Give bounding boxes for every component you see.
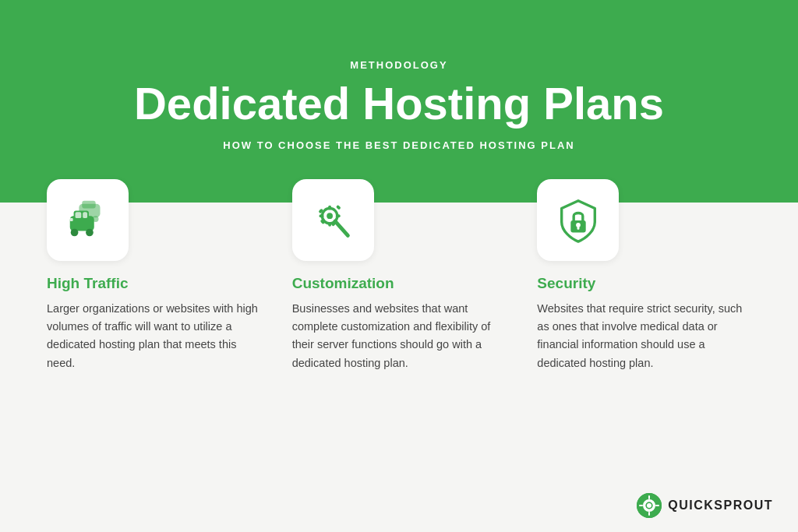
svg-rect-15 [320,214,324,217]
card-high-traffic-text: Larger organizations or websites with hi… [47,300,261,372]
svg-rect-10 [69,218,72,221]
svg-line-21 [335,220,348,234]
card-security-text: Websites that require strict security, s… [537,300,751,372]
qs-icon [637,493,662,518]
security-icon [554,196,602,245]
traffic-icon [64,196,112,245]
svg-point-12 [327,213,333,219]
svg-point-7 [86,228,94,236]
subtitle: HOW TO CHOOSE THE BEST DEDICATED HOSTING… [223,139,574,151]
card-high-traffic-title: High Traffic [47,275,129,292]
quicksprout-logo-text: QUICKSPROUT [668,499,773,513]
logo-area: QUICKSPROUT [637,493,773,518]
svg-point-31 [647,503,651,508]
cards-section: High Traffic Larger organizations or web… [0,195,798,372]
card-customization: Customization Businesses and websites th… [292,195,507,372]
icon-box-customization [292,179,374,261]
card-customization-title: Customization [292,275,394,292]
quicksprout-logo-icon [637,493,662,518]
card-security-title: Security [537,275,595,292]
customization-icon [309,196,357,245]
card-high-traffic: High Traffic Larger organizations or web… [47,195,261,372]
card-customization-text: Businesses and websites that want comple… [292,300,507,372]
svg-point-6 [70,228,78,236]
svg-rect-9 [83,212,87,218]
main-title: Dedicated Hosting Plans [134,79,664,129]
icon-box-traffic [47,179,129,261]
svg-rect-1 [82,200,95,208]
svg-rect-14 [328,221,331,226]
page-wrapper: METHODOLOGY Dedicated Hosting Plans HOW … [0,0,798,532]
methodology-label: METHODOLOGY [350,59,447,71]
card-security: Security Websites that require strict se… [537,195,751,372]
svg-rect-13 [328,205,331,210]
svg-rect-16 [336,214,341,217]
header-section: METHODOLOGY Dedicated Hosting Plans HOW … [0,0,798,203]
svg-point-26 [644,501,654,510]
svg-rect-24 [577,225,579,229]
svg-rect-8 [75,212,81,218]
icon-box-security [537,179,619,261]
svg-rect-18 [336,204,341,210]
